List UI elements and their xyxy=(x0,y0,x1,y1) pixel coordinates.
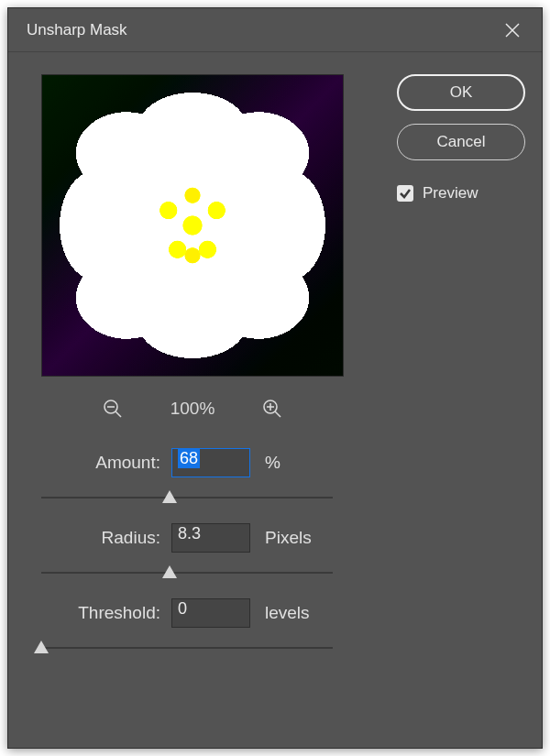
dialog-body: 100% Amount: 68 % xyxy=(8,52,542,748)
slider-thumb-icon xyxy=(162,565,177,578)
zoom-in-button[interactable] xyxy=(260,397,284,421)
preview-checkbox-row: Preview xyxy=(397,184,525,203)
radius-input[interactable]: 8.3 xyxy=(171,523,250,553)
titlebar: Unsharp Mask xyxy=(8,8,542,52)
radius-param: Radius: 8.3 Pixels xyxy=(41,523,333,582)
close-button[interactable] xyxy=(498,16,527,45)
svg-line-3 xyxy=(116,411,121,417)
preview-thumbnail[interactable] xyxy=(41,74,344,377)
amount-slider[interactable] xyxy=(41,488,333,507)
zoom-in-icon xyxy=(261,398,283,420)
amount-label: Amount: xyxy=(41,453,160,473)
threshold-slider[interactable] xyxy=(41,639,333,657)
checkmark-icon xyxy=(399,187,412,200)
preview-image xyxy=(42,75,343,376)
zoom-controls: 100% xyxy=(41,397,344,421)
threshold-input[interactable]: 0 xyxy=(171,598,250,628)
amount-slider-thumb[interactable] xyxy=(162,490,177,503)
left-column: 100% Amount: 68 % xyxy=(41,74,344,731)
radius-slider-thumb[interactable] xyxy=(162,565,177,578)
ok-button[interactable]: OK xyxy=(397,74,525,111)
dialog-title: Unsharp Mask xyxy=(27,21,127,39)
zoom-level: 100% xyxy=(170,399,215,419)
cancel-button[interactable]: Cancel xyxy=(397,124,525,160)
amount-param: Amount: 68 % xyxy=(41,448,333,507)
threshold-slider-thumb[interactable] xyxy=(34,641,49,653)
threshold-label: Threshold: xyxy=(41,603,160,623)
slider-thumb-icon xyxy=(162,490,177,503)
preview-checkbox[interactable] xyxy=(397,185,413,202)
right-column: OK Cancel Preview xyxy=(362,74,525,731)
radius-slider[interactable] xyxy=(41,564,333,582)
threshold-unit: levels xyxy=(265,603,310,623)
close-icon xyxy=(504,22,521,38)
zoom-out-icon xyxy=(102,398,124,420)
slider-thumb-icon xyxy=(34,641,49,653)
radius-unit: Pixels xyxy=(265,528,312,548)
unsharp-mask-dialog: Unsharp Mask 100% xyxy=(7,7,543,749)
zoom-out-button[interactable] xyxy=(101,397,125,421)
svg-line-6 xyxy=(275,411,280,417)
amount-unit: % xyxy=(265,453,280,473)
sliders-panel: Amount: 68 % Radius: 8.3 xyxy=(41,421,344,674)
amount-input[interactable]: 68 xyxy=(171,448,250,477)
radius-label: Radius: xyxy=(41,528,160,548)
preview-checkbox-label: Preview xyxy=(423,184,478,203)
threshold-param: Threshold: 0 levels xyxy=(41,598,333,657)
